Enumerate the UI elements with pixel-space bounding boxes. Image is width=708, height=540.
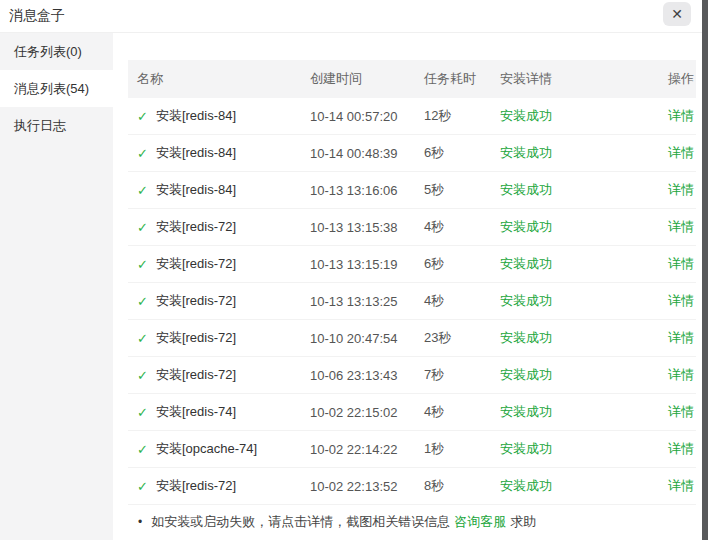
details-link[interactable]: 详情 (668, 145, 694, 160)
created-cell: 10-13 13:15:38 (310, 220, 424, 235)
status-cell: 安装成功 (500, 292, 640, 310)
status-text: 安装成功 (500, 145, 552, 160)
action-cell: 详情 (640, 144, 696, 162)
table-row: ✓ 安装[redis-72] 10-10 20:47:54 23秒 安装成功 详… (128, 320, 696, 357)
dialog-titlebar: 消息盒子 ✕ (0, 0, 708, 33)
check-icon: ✓ (137, 332, 148, 345)
duration-cell: 23秒 (424, 329, 500, 347)
details-link[interactable]: 详情 (668, 182, 694, 197)
created-cell: 10-06 23:13:43 (310, 368, 424, 383)
details-link[interactable]: 详情 (668, 367, 694, 382)
details-link[interactable]: 详情 (668, 256, 694, 271)
action-cell: 详情 (640, 107, 696, 125)
dialog-title: 消息盒子 (9, 7, 65, 25)
status-cell: 安装成功 (500, 181, 640, 199)
sidebar-item-task-list[interactable]: 任务列表(0) (0, 33, 113, 70)
duration-cell: 4秒 (424, 403, 500, 421)
status-cell: 安装成功 (500, 107, 640, 125)
status-cell: 安装成功 (500, 366, 640, 384)
action-cell: 详情 (640, 440, 696, 458)
sidebar: 任务列表(0) 消息列表(54) 执行日志 (0, 33, 113, 540)
details-link[interactable]: 详情 (668, 219, 694, 234)
duration-cell: 12秒 (424, 107, 500, 125)
task-name: 安装[redis-72] (156, 218, 236, 236)
details-link[interactable]: 详情 (668, 108, 694, 123)
table-row: ✓ 安装[redis-72] 10-13 13:15:19 6秒 安装成功 详情 (128, 246, 696, 283)
name-cell: ✓ 安装[redis-84] (128, 107, 310, 125)
status-cell: 安装成功 (500, 255, 640, 273)
sidebar-item-exec-log[interactable]: 执行日志 (0, 107, 113, 144)
table-header-action: 操作 (640, 70, 696, 88)
duration-cell: 7秒 (424, 366, 500, 384)
name-cell: ✓ 安装[redis-84] (128, 144, 310, 162)
duration-cell: 1秒 (424, 440, 500, 458)
name-cell: ✓ 安装[redis-72] (128, 292, 310, 310)
table-row: ✓ 安装[redis-84] 10-14 00:48:39 6秒 安装成功 详情 (128, 135, 696, 172)
created-cell: 10-02 22:13:52 (310, 479, 424, 494)
status-cell: 安装成功 (500, 440, 640, 458)
check-icon: ✓ (137, 295, 148, 308)
check-icon: ✓ (137, 147, 148, 160)
table-row: ✓ 安装[redis-84] 10-13 13:16:06 5秒 安装成功 详情 (128, 172, 696, 209)
page-background-edge (702, 0, 708, 540)
details-link[interactable]: 详情 (668, 478, 694, 493)
duration-cell: 4秒 (424, 292, 500, 310)
check-icon: ✓ (137, 184, 148, 197)
name-cell: ✓ 安装[opcache-74] (128, 440, 310, 458)
created-cell: 10-10 20:47:54 (310, 331, 424, 346)
action-cell: 详情 (640, 218, 696, 236)
table-body: ✓ 安装[redis-84] 10-14 00:57:20 12秒 安装成功 详… (128, 98, 696, 505)
close-button[interactable]: ✕ (663, 2, 691, 26)
table-row: ✓ 安装[redis-72] 10-02 22:13:52 8秒 安装成功 详情 (128, 468, 696, 505)
details-link[interactable]: 详情 (668, 404, 694, 419)
message-box-dialog: 消息盒子 ✕ 任务列表(0) 消息列表(54) 执行日志 名称 创建时间 任务耗… (0, 0, 708, 540)
created-cell: 10-13 13:15:19 (310, 257, 424, 272)
task-name: 安装[redis-74] (156, 403, 236, 421)
check-icon: ✓ (137, 369, 148, 382)
task-name: 安装[redis-84] (156, 144, 236, 162)
sidebar-item-message-list[interactable]: 消息列表(54) (0, 70, 113, 107)
name-cell: ✓ 安装[redis-72] (128, 366, 310, 384)
status-cell: 安装成功 (500, 477, 640, 495)
task-name: 安装[redis-72] (156, 366, 236, 384)
task-name: 安装[redis-72] (156, 255, 236, 273)
duration-cell: 6秒 (424, 255, 500, 273)
footer-note-suffix: 求助 (510, 513, 536, 531)
table-row: ✓ 安装[opcache-74] 10-02 22:14:22 1秒 安装成功 … (128, 431, 696, 468)
contact-support-link[interactable]: 咨询客服 (454, 513, 506, 531)
created-cell: 10-13 13:13:25 (310, 294, 424, 309)
duration-cell: 6秒 (424, 144, 500, 162)
action-cell: 详情 (640, 403, 696, 421)
status-cell: 安装成功 (500, 403, 640, 421)
details-link[interactable]: 详情 (668, 441, 694, 456)
duration-cell: 5秒 (424, 181, 500, 199)
status-text: 安装成功 (500, 256, 552, 271)
status-text: 安装成功 (500, 367, 552, 382)
duration-cell: 8秒 (424, 477, 500, 495)
table-header: 名称 创建时间 任务耗时 安装详情 操作 (128, 60, 696, 98)
table-header-duration: 任务耗时 (424, 70, 500, 88)
action-cell: 详情 (640, 255, 696, 273)
status-text: 安装成功 (500, 330, 552, 345)
check-icon: ✓ (137, 110, 148, 123)
table-row: ✓ 安装[redis-72] 10-13 13:15:38 4秒 安装成功 详情 (128, 209, 696, 246)
details-link[interactable]: 详情 (668, 293, 694, 308)
name-cell: ✓ 安装[redis-72] (128, 477, 310, 495)
created-cell: 10-02 22:15:02 (310, 405, 424, 420)
check-icon: ✓ (137, 406, 148, 419)
details-link[interactable]: 详情 (668, 330, 694, 345)
status-text: 安装成功 (500, 404, 552, 419)
task-name: 安装[redis-72] (156, 329, 236, 347)
name-cell: ✓ 安装[redis-72] (128, 329, 310, 347)
status-text: 安装成功 (500, 108, 552, 123)
status-cell: 安装成功 (500, 218, 640, 236)
name-cell: ✓ 安装[redis-74] (128, 403, 310, 421)
created-cell: 10-14 00:57:20 (310, 109, 424, 124)
task-name: 安装[redis-72] (156, 292, 236, 310)
table-row: ✓ 安装[redis-74] 10-02 22:15:02 4秒 安装成功 详情 (128, 394, 696, 431)
table-row: ✓ 安装[redis-72] 10-06 23:13:43 7秒 安装成功 详情 (128, 357, 696, 394)
status-text: 安装成功 (500, 293, 552, 308)
created-cell: 10-14 00:48:39 (310, 146, 424, 161)
check-icon: ✓ (137, 480, 148, 493)
check-icon: ✓ (137, 443, 148, 456)
